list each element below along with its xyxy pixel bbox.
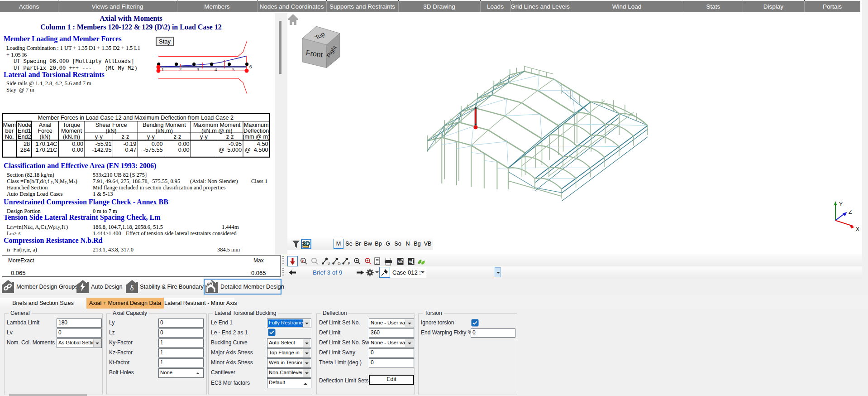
svg-text:(mm @ m): (mm @ m) <box>243 134 270 140</box>
svg-text:Z: Z <box>849 209 852 215</box>
svg-text:5.000: 5.000 <box>227 147 242 153</box>
svg-text:-575.55: -575.55 <box>143 147 162 153</box>
svg-text:0.00: 0.00 <box>72 141 83 147</box>
svg-text:Force: Force <box>38 128 52 134</box>
svg-text:δ: δ <box>130 284 134 292</box>
svg-text:(kN.m @ m): (kN.m @ m) <box>201 128 233 134</box>
svg-text:No.: No. <box>5 134 14 140</box>
svg-text:z-z: z-z <box>121 134 129 140</box>
svg-text:Torque: Torque <box>63 122 81 128</box>
svg-text:U: U <box>328 262 330 265</box>
svg-text:0.00: 0.00 <box>72 147 83 153</box>
svg-text:Y: Y <box>839 201 843 208</box>
svg-text:Maximum: Maximum <box>244 122 269 128</box>
svg-text:284: 284 <box>20 147 30 153</box>
svg-text:-55.91: -55.91 <box>95 141 112 147</box>
svg-text:@: @ <box>245 147 251 153</box>
svg-text:(kN): (kN) <box>40 134 51 140</box>
svg-text:170.14C: 170.14C <box>36 141 57 147</box>
svg-text:(kN.m): (kN.m) <box>156 128 173 134</box>
svg-text:Shear Force: Shear Force <box>95 122 127 128</box>
svg-text:Maximum Moment: Maximum Moment <box>193 122 241 128</box>
svg-text:(kN.m): (kN.m) <box>63 134 80 140</box>
svg-text:5: 5 <box>232 67 234 72</box>
svg-text:6: 6 <box>249 64 252 69</box>
svg-text:1: 1 <box>162 67 164 72</box>
svg-text:3D: 3D <box>302 240 310 247</box>
svg-text:Moment: Moment <box>61 128 82 134</box>
svg-text:Mem: Mem <box>3 122 16 128</box>
svg-text:3: 3 <box>197 67 199 72</box>
svg-text:Node: Node <box>18 122 31 128</box>
svg-text:-142.95: -142.95 <box>92 147 111 153</box>
svg-text:y-y: y-y <box>200 134 208 140</box>
svg-text:Member Forces in Load Case 12: Member Forces in Load Case 12 and Maximu… <box>38 115 234 121</box>
svg-text:x: x <box>302 259 304 263</box>
svg-text:Bending Moment: Bending Moment <box>143 122 186 128</box>
svg-text:-0.19: -0.19 <box>123 141 136 147</box>
svg-text:End2: End2 <box>18 134 31 140</box>
svg-text:4.500: 4.500 <box>254 147 268 153</box>
svg-text:Axial: Axial <box>39 122 52 128</box>
svg-text:170.21C: 170.21C <box>36 147 57 153</box>
svg-text:2: 2 <box>179 67 181 72</box>
svg-text:X: X <box>856 226 859 232</box>
svg-text:@: @ <box>219 147 224 153</box>
svg-text:0.47: 0.47 <box>125 147 137 153</box>
svg-text:4: 4 <box>215 67 217 72</box>
svg-text:28: 28 <box>24 141 30 147</box>
svg-text:-0.95: -0.95 <box>229 141 242 147</box>
svg-text:4.50: 4.50 <box>257 141 268 147</box>
svg-text:F: F <box>348 262 350 265</box>
svg-text:y-y: y-y <box>147 134 155 140</box>
svg-text:y-y: y-y <box>95 134 103 140</box>
svg-text:ber: ber <box>5 128 14 134</box>
svg-text:z-z: z-z <box>174 134 181 140</box>
svg-text:z-z: z-z <box>226 134 234 140</box>
svg-text:Cr: Cr <box>338 262 341 265</box>
svg-text:0.00: 0.00 <box>152 141 163 147</box>
svg-text:0.00: 0.00 <box>178 141 190 147</box>
svg-text:End1: End1 <box>18 128 31 134</box>
svg-text:Deflection: Deflection <box>243 128 269 134</box>
svg-text:(kN): (kN) <box>106 128 117 134</box>
svg-text:0.00: 0.00 <box>178 147 190 153</box>
